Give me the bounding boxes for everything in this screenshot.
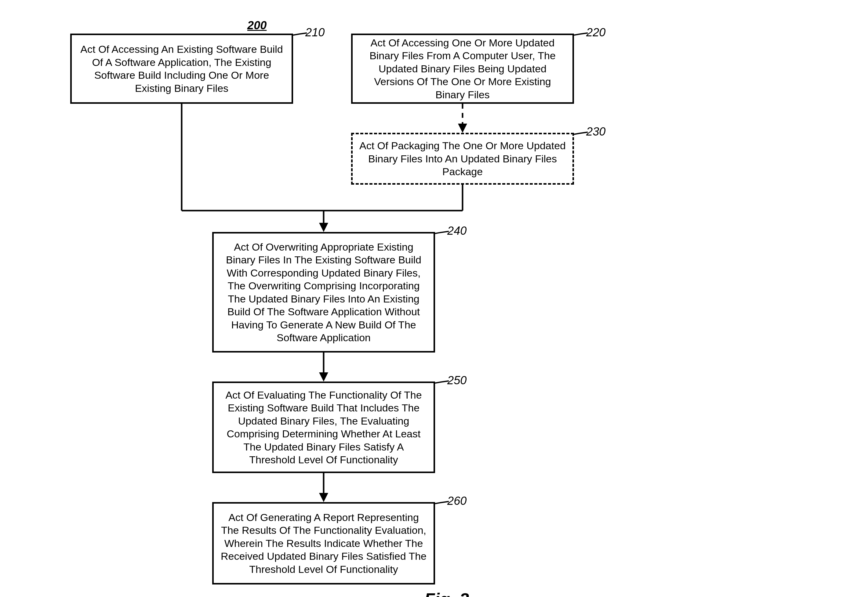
svg-marker-7 xyxy=(319,223,328,232)
box-230: Act Of Packaging The One Or More Updated… xyxy=(351,133,574,185)
svg-marker-11 xyxy=(319,493,328,502)
box-220-text: Act Of Accessing One Or More Updated Bin… xyxy=(359,36,566,101)
figure-caption: Fig. 2 xyxy=(424,589,469,597)
box-260-text: Act Of Generating A Report Representing … xyxy=(220,511,427,576)
box-240: Act Of Overwriting Appropriate Existing … xyxy=(212,232,435,352)
box-230-text: Act Of Packaging The One Or More Updated… xyxy=(359,139,566,178)
box-210: Act Of Accessing An Existing Software Bu… xyxy=(70,34,293,104)
box-220: Act Of Accessing One Or More Updated Bin… xyxy=(351,34,574,104)
box-260: Act Of Generating A Report Representing … xyxy=(212,502,435,585)
ref-220: 220 xyxy=(586,26,605,39)
ref-210: 210 xyxy=(305,26,324,39)
box-250-text: Act Of Evaluating The Functionality Of T… xyxy=(220,389,427,466)
box-250: Act Of Evaluating The Functionality Of T… xyxy=(212,382,435,473)
diagram-title-ref: 200 xyxy=(247,19,266,32)
box-210-text: Act Of Accessing An Existing Software Bu… xyxy=(78,43,285,95)
svg-marker-1 xyxy=(458,123,467,133)
ref-240: 240 xyxy=(447,224,467,238)
svg-marker-9 xyxy=(319,372,328,382)
ref-250: 250 xyxy=(447,374,467,387)
ref-230: 230 xyxy=(586,125,605,138)
box-240-text: Act Of Overwriting Appropriate Existing … xyxy=(220,241,427,344)
ref-260: 260 xyxy=(447,495,467,508)
flowchart-diagram: 200 Act Of Accessing An Existing Softwar… xyxy=(12,12,856,585)
